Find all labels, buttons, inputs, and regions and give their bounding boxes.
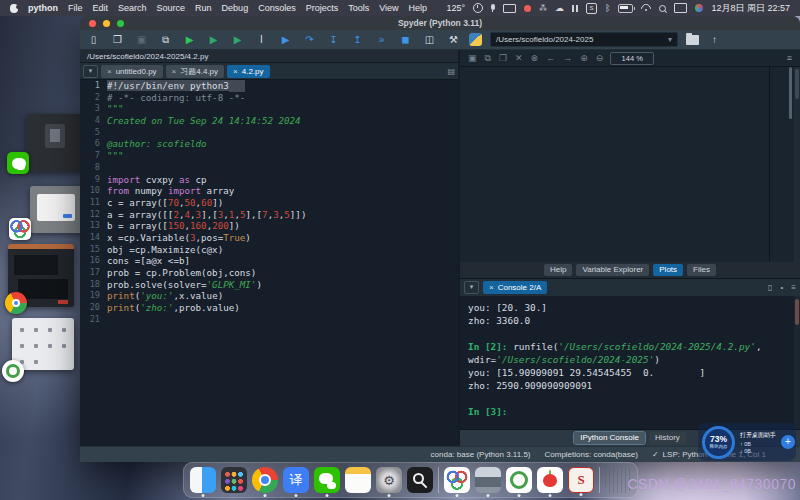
- next-plot-icon[interactable]: →: [563, 53, 572, 63]
- code-line[interactable]: 5: [80, 127, 458, 139]
- menu-item-run[interactable]: Run: [195, 3, 212, 13]
- bluetooth-icon[interactable]: ᛒ: [605, 3, 610, 13]
- new-file-icon[interactable]: ▯: [86, 32, 101, 47]
- menu-item-view[interactable]: View: [379, 3, 398, 13]
- maximize-pane-icon[interactable]: ◫: [422, 32, 437, 47]
- code-line[interactable]: 12a = array([[2,4,3],[3,1,5],[7,3,5]]): [80, 209, 458, 221]
- cloud-icon[interactable]: ☁: [555, 3, 564, 13]
- menu-app-name[interactable]: python: [28, 3, 58, 13]
- step-out-icon[interactable]: ↥: [350, 32, 365, 47]
- save-all-plots-icon[interactable]: ⧉: [485, 53, 491, 64]
- code-area[interactable]: 1#!/usr/bin/env python3 2# -*- codiarng:…: [80, 80, 458, 446]
- menu-item-search[interactable]: Search: [118, 3, 147, 13]
- tab-files[interactable]: Files: [687, 264, 716, 276]
- completions-status[interactable]: Completions: conda(base): [545, 450, 638, 459]
- menu-item-source[interactable]: Source: [157, 3, 186, 13]
- tab-history[interactable]: History: [649, 432, 686, 444]
- cc-icon[interactable]: ⁂: [539, 4, 547, 13]
- dock-chrome-icon[interactable]: [252, 467, 278, 493]
- assistant-plus-button[interactable]: +: [781, 435, 795, 449]
- close-console-icon[interactable]: ×: [489, 281, 494, 294]
- code-line[interactable]: 4Created on Tue Sep 24 14:14:52 2024: [80, 115, 458, 127]
- tab-plots[interactable]: Plots: [653, 264, 683, 276]
- copy-plot-icon[interactable]: ❐: [499, 53, 507, 63]
- dock-rings-app-icon[interactable]: [444, 467, 470, 493]
- console-scrollbar[interactable]: [794, 296, 800, 446]
- menu-item-debug[interactable]: Debug: [222, 3, 249, 13]
- code-line[interactable]: 11c = array([70,50,60]): [80, 197, 458, 209]
- dock-apple-app-icon[interactable]: [537, 467, 563, 493]
- editor-options-icon[interactable]: ▤: [447, 67, 455, 76]
- inspect-icon[interactable]: ▯: [768, 283, 772, 292]
- code-line[interactable]: 14x =cp.Variable(3,pos=True): [80, 232, 458, 244]
- search-icon[interactable]: [659, 5, 666, 12]
- close-tab-icon[interactable]: ×: [107, 65, 112, 78]
- code-line[interactable]: 16cons =[a@x <=b]: [80, 255, 458, 267]
- stop-icon[interactable]: ◼: [398, 32, 413, 47]
- dock-finder-icon[interactable]: [190, 467, 216, 493]
- tab-help[interactable]: Help: [544, 264, 572, 276]
- run-selection-icon[interactable]: I: [254, 32, 269, 47]
- temperature-indicator[interactable]: 125°: [446, 3, 465, 13]
- record-state-icon[interactable]: •: [781, 283, 784, 292]
- splitter-handle[interactable]: [789, 67, 792, 119]
- code-line[interactable]: 20print('zho:',prob.value): [80, 302, 458, 314]
- remove-plot-icon[interactable]: ✕: [515, 53, 523, 63]
- continue-icon[interactable]: »: [374, 32, 389, 47]
- debug-icon[interactable]: ▶: [278, 32, 293, 47]
- save-all-icon[interactable]: ⧉: [158, 32, 173, 47]
- sbox-icon[interactable]: S: [586, 3, 597, 14]
- options-menu-icon[interactable]: ≡: [791, 283, 796, 292]
- code-line[interactable]: 18prob.solve(solver='GLPK_MI'): [80, 279, 458, 291]
- dock-green-app-icon[interactable]: [506, 467, 532, 493]
- save-icon[interactable]: ▣: [134, 32, 149, 47]
- conda-env-status[interactable]: conda: base (Python 3.11.5): [431, 450, 531, 459]
- browse-tabs-icon[interactable]: ▾: [83, 65, 98, 78]
- menu-item-edit[interactable]: Edit: [93, 3, 109, 13]
- menu-item-file[interactable]: File: [68, 3, 83, 13]
- code-line[interactable]: 6@author: scofieldo: [80, 138, 458, 150]
- zoom-in-icon[interactable]: ⊕: [580, 53, 588, 63]
- display-icon[interactable]: [674, 3, 687, 13]
- code-line[interactable]: 13b = array([150,160,200]): [80, 220, 458, 232]
- code-line[interactable]: 17prob = cp.Problem(obj,cons): [80, 267, 458, 279]
- dock-settings-icon[interactable]: ⚙: [376, 467, 402, 493]
- dock-launchpad-icon[interactable]: [221, 467, 247, 493]
- code-line[interactable]: 10from numpy import array: [80, 185, 458, 197]
- code-line[interactable]: 2# -*- codiarng: utf-8 -*-: [80, 92, 458, 104]
- pause-icon[interactable]: [572, 5, 578, 12]
- browse-directory-icon[interactable]: [686, 35, 699, 45]
- window-preview-appgrid[interactable]: [12, 318, 74, 370]
- chrome-badge-icon[interactable]: [5, 292, 27, 314]
- close-tab-icon[interactable]: ×: [233, 65, 238, 78]
- wifi-icon[interactable]: [641, 4, 651, 12]
- wechat-badge-icon[interactable]: [7, 152, 29, 174]
- editor-tab-4.2.py[interactable]: ×4.2.py: [227, 65, 269, 78]
- code-line[interactable]: 9import cvxpy as cp: [80, 174, 458, 186]
- code-line[interactable]: 8: [80, 162, 458, 174]
- remove-all-plots-icon[interactable]: ⊗: [531, 53, 539, 63]
- dock-passwords-icon[interactable]: [407, 467, 433, 493]
- plots-menu-icon[interactable]: ≡: [787, 53, 792, 63]
- plots-scrollbar[interactable]: [794, 67, 800, 262]
- menu-item-projects[interactable]: Projects: [306, 3, 339, 13]
- record-icon[interactable]: [524, 5, 531, 12]
- code-line[interactable]: 7""": [80, 150, 458, 162]
- dock-translate-icon[interactable]: 译: [283, 467, 309, 493]
- zoom-out-icon[interactable]: ⊖: [596, 53, 604, 63]
- code-line[interactable]: 21: [80, 314, 458, 326]
- code-line[interactable]: 19print('you:',x.value): [80, 290, 458, 302]
- keyboard-icon[interactable]: [503, 4, 516, 13]
- previous-plot-icon[interactable]: ←: [546, 53, 555, 63]
- dock-wechat-icon[interactable]: [314, 467, 340, 493]
- colordot-icon[interactable]: [695, 4, 703, 12]
- menu-item-consoles[interactable]: Consoles: [258, 3, 296, 13]
- preferences-icon[interactable]: ⚒: [446, 32, 461, 47]
- rings-app-badge-icon[interactable]: [9, 218, 31, 240]
- memory-widget[interactable]: 73% 释放内存 打开桌面助手 ↑ 0B ↓ 0B +: [698, 423, 796, 461]
- apple-icon[interactable]: [10, 4, 18, 13]
- window-preview-dialog[interactable]: [30, 186, 85, 233]
- console-tab[interactable]: ×Console 2/A: [483, 281, 547, 294]
- memory-percent-circle[interactable]: 73% 释放内存: [702, 426, 735, 459]
- window-preview-files[interactable]: [26, 114, 84, 172]
